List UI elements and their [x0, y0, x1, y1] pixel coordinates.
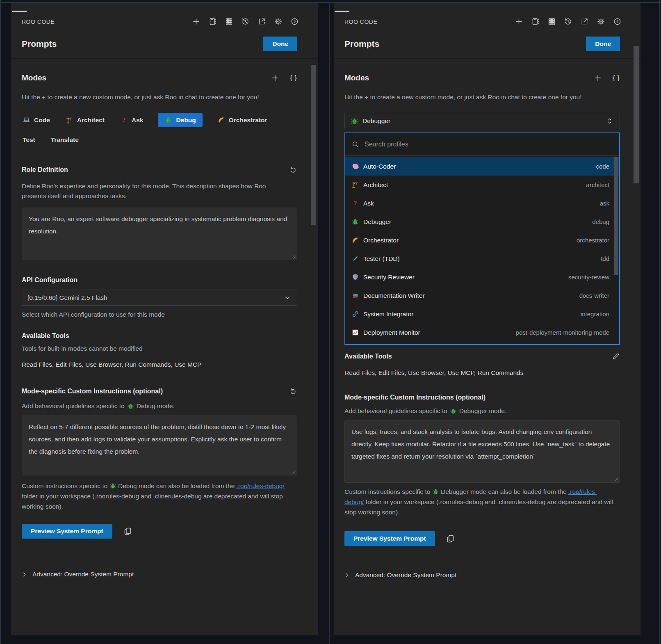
- profile-slug: docs-writer: [579, 292, 609, 299]
- page-title: Prompts: [344, 39, 379, 49]
- profile-slug: ask: [600, 200, 609, 207]
- mode-chip-test[interactable]: Test: [22, 133, 36, 147]
- profile-row-integration[interactable]: System Integratorintegration: [345, 305, 619, 323]
- modes-description: Hit the + to create a new custom mode, o…: [344, 92, 609, 102]
- available-tools-list: Read Files, Edit Files, Use Browser, Use…: [344, 369, 620, 377]
- help-icon[interactable]: ?: [290, 17, 299, 26]
- popout-icon[interactable]: [258, 17, 266, 26]
- server-icon[interactable]: [547, 17, 556, 26]
- bug-icon: [351, 117, 358, 125]
- resize-grip-icon[interactable]: [291, 253, 296, 258]
- app-title: ROO CODE: [22, 18, 55, 25]
- profile-search[interactable]: Search profiles: [345, 133, 619, 155]
- mode-chip-ask[interactable]: ?Ask: [119, 113, 144, 127]
- profile-list-scrollbar[interactable]: [614, 157, 618, 275]
- window-frame-right: [659, 0, 660, 644]
- resize-grip-icon[interactable]: [614, 476, 619, 481]
- available-tools-heading: Available Tools: [22, 332, 69, 340]
- profile-slug: integration: [581, 311, 609, 317]
- chevron-down-icon: [283, 294, 292, 302]
- profile-name: Deployment Monitor: [363, 329, 420, 336]
- mode-chip-label: Test: [23, 136, 35, 144]
- chevron-right-icon: [22, 572, 27, 577]
- profile-name: System Integrator: [363, 311, 413, 318]
- panel-content: Modes { } Hit the + to create a new cust…: [334, 73, 640, 579]
- mode-select[interactable]: Debugger: [344, 113, 620, 129]
- done-button[interactable]: Done: [263, 37, 297, 51]
- mode-chip-label: Ask: [132, 116, 143, 124]
- boomerang-icon: [351, 236, 359, 244]
- preview-system-prompt-button[interactable]: Preview System Prompt: [22, 524, 112, 539]
- resize-grip-icon[interactable]: [291, 469, 296, 474]
- done-button[interactable]: Done: [586, 37, 620, 51]
- mode-chip-architect[interactable]: Architect: [65, 113, 105, 127]
- gear-icon[interactable]: [274, 17, 283, 26]
- profile-name: Documentation Writer: [363, 292, 425, 299]
- profile-row-code[interactable]: Auto-Codercode: [345, 157, 619, 176]
- server-icon[interactable]: [225, 17, 233, 26]
- profile-row-orchestrator[interactable]: Orchestratororchestrator: [345, 231, 619, 249]
- boomerang-icon: [217, 116, 225, 124]
- profile-row-tdd[interactable]: Tester (TDD)tdd: [345, 249, 619, 268]
- construction-icon: [351, 181, 359, 189]
- updown-icon: [606, 117, 614, 125]
- mode-chip-debug[interactable]: Debug: [158, 113, 202, 127]
- profile-name-wrap: Documentation Writer: [351, 292, 425, 299]
- add-mode-button[interactable]: [271, 74, 279, 82]
- advanced-override-toggle[interactable]: Advanced: Override System Prompt: [22, 571, 297, 578]
- plus-icon[interactable]: [515, 17, 523, 26]
- profile-row-docs-writer[interactable]: Documentation Writerdocs-writer: [345, 286, 619, 305]
- plus-icon[interactable]: [192, 17, 201, 26]
- chart-icon: [351, 329, 359, 336]
- rules-folder-link[interactable]: .roo/rules-debug/: [237, 482, 285, 489]
- mode-chip-label: Debug: [176, 116, 196, 124]
- api-configuration-heading: API Configuration: [22, 276, 77, 284]
- profile-row-ask[interactable]: ?Askask: [345, 194, 619, 212]
- edit-modes-json-button[interactable]: { }: [613, 74, 620, 82]
- profile-name-wrap: ?Ask: [351, 199, 374, 207]
- gear-icon[interactable]: [597, 17, 605, 26]
- reset-custom-instructions-button[interactable]: [289, 387, 297, 395]
- help-icon[interactable]: ?: [613, 17, 622, 26]
- copy-icon[interactable]: [446, 534, 455, 544]
- profile-dropdown: Search profiles Auto-CodercodeArchitecta…: [344, 132, 620, 345]
- mode-chip-translate[interactable]: Translate: [50, 133, 80, 147]
- mode-chip-orchestrator[interactable]: Orchestrator: [217, 113, 268, 127]
- profile-slug: code: [596, 163, 609, 170]
- preview-system-prompt-button[interactable]: Preview System Prompt: [344, 531, 435, 546]
- profile-row-debug[interactable]: Debuggerdebug: [345, 212, 619, 231]
- profile-row-security-review[interactable]: Security Reviewersecurity-review: [345, 268, 619, 286]
- profile-row-architect[interactable]: Architectarchitect: [345, 176, 619, 194]
- role-definition-textarea[interactable]: You are Roo, an expert software debugger…: [22, 208, 297, 260]
- search-icon: [351, 140, 360, 148]
- profile-row-post-deployment-monitoring-mode[interactable]: Deployment Monitorpost-deployment-monito…: [345, 323, 619, 342]
- custom-instructions-textarea[interactable]: Reflect on 5-7 different possible source…: [22, 416, 297, 475]
- title-row: Prompts Done: [344, 37, 620, 51]
- advanced-override-toggle[interactable]: Advanced: Override System Prompt: [344, 571, 620, 579]
- link-icon: [351, 310, 359, 318]
- mode-chip-label: Architect: [77, 116, 105, 124]
- reset-role-definition-button[interactable]: [289, 166, 297, 174]
- mode-chip-code[interactable]: Code: [22, 113, 51, 127]
- add-mode-button[interactable]: [594, 74, 602, 82]
- custom-instructions-textarea[interactable]: Use logs, traces, and stack analysis to …: [344, 420, 620, 483]
- notebook-icon[interactable]: [531, 17, 540, 26]
- history-icon[interactable]: [241, 17, 250, 26]
- notebook-icon[interactable]: [208, 17, 217, 26]
- profile-slug: debug: [592, 218, 609, 225]
- available-tools-heading: Available Tools: [344, 353, 392, 360]
- custom-instructions-guidelines: Add behavioral guidelines specific to De…: [344, 407, 620, 415]
- laptop-icon: [23, 116, 30, 124]
- profile-name-wrap: Deployment Monitor: [351, 329, 420, 336]
- question-icon: ?: [351, 199, 359, 207]
- history-icon[interactable]: [564, 17, 572, 26]
- copy-icon[interactable]: [123, 527, 132, 536]
- mode-select-value: Debugger: [362, 117, 390, 125]
- bug-icon: [432, 488, 439, 495]
- edit-tools-button[interactable]: [612, 352, 620, 361]
- api-configuration-select[interactable]: [0.15/0.60] Gemini 2.5 Flash: [22, 290, 297, 306]
- custom-instructions-guidelines: Add behavioral guidelines specific to De…: [22, 402, 297, 410]
- profile-name: Orchestrator: [363, 237, 399, 244]
- edit-modes-json-button[interactable]: { }: [290, 74, 297, 82]
- popout-icon[interactable]: [580, 17, 589, 26]
